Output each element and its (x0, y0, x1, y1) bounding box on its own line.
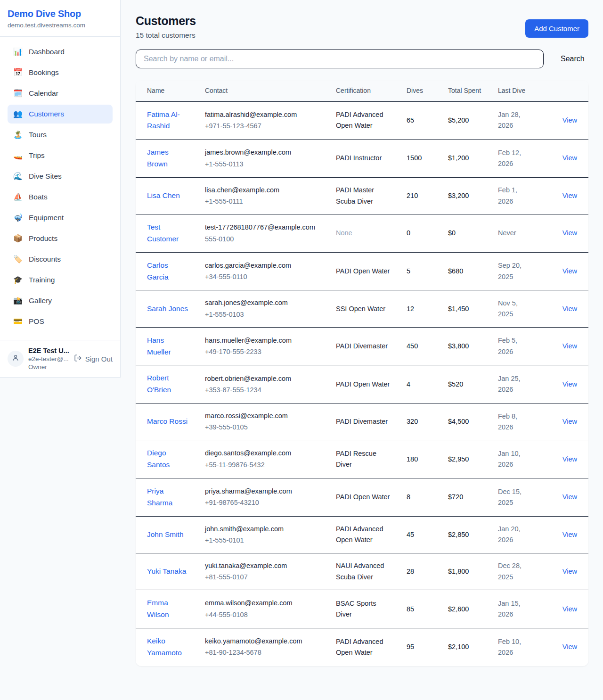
customer-link-emma-wilson[interactable]: Emma Wilson (147, 599, 169, 618)
main-content: Customers 15 total customers Add Custome… (121, 0, 603, 683)
table-row: Hans Mueller hans.mueller@example.com +4… (136, 327, 588, 365)
search-input[interactable] (136, 49, 544, 68)
sidebar-item-label: POS (29, 317, 44, 326)
view-link-keiko-yamamoto[interactable]: View (562, 643, 577, 651)
customer-dives: 320 (407, 418, 418, 425)
view-link-john-smith[interactable]: View (562, 531, 577, 538)
view-link-marco-rossi[interactable]: View (562, 418, 577, 425)
table-row: Emma Wilson emma.wilson@example.com +44-… (136, 590, 588, 628)
customer-link-robert-obrien[interactable]: Robert O'Brien (147, 374, 171, 394)
customer-dives: 8 (407, 493, 410, 501)
customer-link-hans-mueller[interactable]: Hans Mueller (147, 336, 171, 356)
sidebar-item-equipment[interactable]: 🤿 Equipment (8, 208, 113, 227)
customer-certification: PADI Open Water (336, 267, 390, 275)
boats-icon: ⛵ (13, 193, 23, 201)
sidebar-item-label: Gallery (29, 296, 52, 305)
customer-link-yuki-tanaka[interactable]: Yuki Tanaka (147, 567, 186, 575)
sidebar-item-boats[interactable]: ⛵ Boats (8, 188, 113, 206)
table-row: James Brown james.brown@example.com +1-5… (136, 140, 588, 178)
sidebar-item-trips[interactable]: 🚤 Trips (8, 146, 113, 165)
sidebar-item-gallery[interactable]: 📸 Gallery (8, 291, 113, 310)
customer-link-john-smith[interactable]: John Smith (147, 530, 184, 538)
customer-certification: PADI Advanced Open Water (336, 638, 383, 656)
customer-certification: PADI Open Water (336, 380, 390, 388)
view-link-fatima-al-rashid[interactable]: View (562, 116, 577, 124)
customer-total-spent: $2,600 (448, 605, 469, 613)
customer-dives: 1500 (407, 154, 422, 162)
customer-link-marco-rossi[interactable]: Marco Rossi (147, 417, 187, 425)
sign-out-button[interactable]: Sign Out (74, 354, 113, 363)
customer-certification: PADI Master Scuba Diver (336, 186, 374, 205)
view-link-diego-santos[interactable]: View (562, 455, 577, 463)
add-customer-button[interactable]: Add Customer (525, 19, 588, 38)
customer-certification: PADI Rescue Diver (336, 450, 376, 468)
tours-icon: 🏝️ (13, 131, 23, 139)
view-link-yuki-tanaka[interactable]: View (562, 568, 577, 575)
sidebar-item-tours[interactable]: 🏝️ Tours (8, 125, 113, 144)
customer-link-test-customer[interactable]: Test Customer (147, 223, 179, 243)
customer-link-fatima-al-rashid[interactable]: Fatima Al-Rashid (147, 110, 180, 130)
view-link-james-brown[interactable]: View (562, 154, 577, 162)
view-link-test-customer[interactable]: View (562, 229, 577, 237)
table-row: John Smith john.smith@example.com +1-555… (136, 516, 588, 553)
customer-total-spent: $2,100 (448, 643, 469, 651)
customer-dives: 85 (407, 605, 414, 613)
customer-total-spent: $2,850 (448, 531, 469, 538)
sidebar-item-pos[interactable]: 💳 POS (8, 312, 113, 331)
customer-total-spent: $2,950 (448, 455, 469, 463)
customer-phone: +34-555-0110 (205, 272, 321, 282)
sidebar-item-dive-sites[interactable]: 🌊 Dive Sites (8, 167, 113, 186)
sidebar-item-products[interactable]: 📦 Products (8, 229, 113, 248)
table-row: Robert O'Brien robert.obrien@example.com… (136, 365, 588, 404)
search-button[interactable]: Search (556, 51, 589, 67)
table-header: Name Contact Certification Dives Total S… (136, 81, 588, 101)
customer-dives: 95 (407, 643, 414, 651)
sidebar-item-discounts[interactable]: 🏷️ Discounts (8, 250, 113, 269)
customer-email: sarah.jones@example.com (205, 297, 321, 308)
view-link-carlos-garcia[interactable]: View (562, 267, 577, 275)
table-row: Yuki Tanaka yuki.tanaka@example.com +81-… (136, 553, 588, 590)
customer-certification: PADI Advanced Open Water (336, 111, 383, 129)
customer-link-priya-sharma[interactable]: Priya Sharma (147, 487, 172, 507)
customers-table-card: Name Contact Certification Dives Total S… (136, 81, 588, 666)
sidebar-item-training[interactable]: 🎓 Training (8, 271, 113, 289)
customers-icon: 👥 (13, 110, 23, 118)
customer-phone: +353-87-555-1234 (205, 385, 321, 395)
customer-email: john.smith@example.com (205, 524, 321, 535)
customer-email: test-1772681807767@example.com (205, 222, 321, 233)
customer-link-james-brown[interactable]: James Brown (147, 148, 169, 168)
customer-certification: PADI Divemaster (336, 418, 388, 425)
sidebar-item-label: Training (29, 276, 55, 284)
view-link-priya-sharma[interactable]: View (562, 493, 577, 501)
sidebar-item-dashboard[interactable]: 📊 Dashboard (8, 42, 113, 61)
view-link-sarah-jones[interactable]: View (562, 305, 577, 313)
customer-link-lisa-chen[interactable]: Lisa Chen (147, 191, 180, 199)
customer-last-dive: Sep 20, 2025 (498, 262, 522, 280)
sidebar-item-calendar[interactable]: 🗓️ Calendar (8, 84, 113, 103)
sidebar-item-customers[interactable]: 👥 Customers (8, 105, 113, 124)
page-title-block: Customers 15 total customers (136, 14, 196, 40)
sidebar: Demo Dive Shop demo.test.divestreams.com… (0, 0, 121, 378)
customer-link-diego-santos[interactable]: Diego Santos (147, 449, 170, 469)
column-actions (540, 81, 588, 101)
view-link-emma-wilson[interactable]: View (562, 605, 577, 613)
customer-dives: 45 (407, 531, 414, 538)
customer-email: lisa.chen@example.com (205, 185, 321, 196)
sign-out-label: Sign Out (85, 355, 113, 363)
customer-email: emma.wilson@example.com (205, 598, 321, 609)
table-row: Test Customer test-1772681807767@example… (136, 214, 588, 253)
table-body: Fatima Al-Rashid fatima.alrashid@example… (136, 101, 588, 666)
sidebar-item-label: Discounts (29, 255, 61, 264)
customer-certification: PADI Divemaster (336, 342, 388, 350)
customer-link-keiko-yamamoto[interactable]: Keiko Yamamoto (147, 637, 182, 657)
sidebar-footer: E2E Test U... e2e-tester@... Owner Sign … (0, 340, 120, 377)
customer-link-sarah-jones[interactable]: Sarah Jones (147, 305, 188, 313)
customer-link-carlos-garcia[interactable]: Carlos Garcia (147, 261, 169, 281)
customer-total-spent: $4,500 (448, 418, 469, 425)
sidebar-item-bookings[interactable]: 📅 Bookings (8, 63, 113, 82)
view-link-robert-obrien[interactable]: View (562, 380, 577, 388)
view-link-hans-mueller[interactable]: View (562, 342, 577, 350)
view-link-lisa-chen[interactable]: View (562, 192, 577, 199)
equipment-icon: 🤿 (13, 214, 23, 222)
customer-total-spent: $5,200 (448, 116, 469, 124)
